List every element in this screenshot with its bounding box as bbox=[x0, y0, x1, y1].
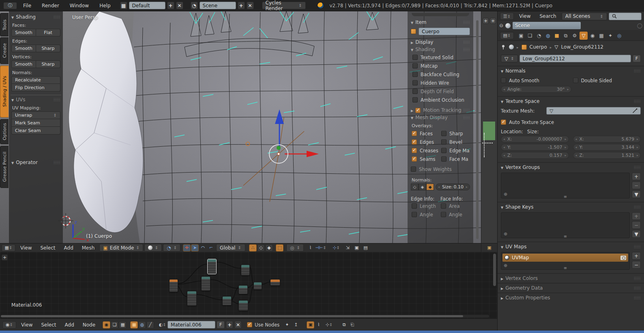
viewport-shading-dropdown[interactable] bbox=[144, 244, 162, 252]
mesh-datablock-icon[interactable]: ▽ bbox=[501, 55, 518, 62]
pivot-point-dropdown[interactable]: ◔ bbox=[163, 244, 180, 252]
vertices-smooth-button[interactable]: Smooth bbox=[11, 60, 36, 68]
overlay-seams-checkbox[interactable] bbox=[412, 156, 417, 162]
node-selected[interactable] bbox=[207, 259, 217, 274]
normals-expand-icon[interactable] bbox=[501, 68, 505, 74]
vertex-colors-title[interactable]: Vertex Colors bbox=[505, 275, 634, 281]
list-add-icon[interactable]: ⊕ bbox=[504, 231, 507, 237]
screen-layout-field[interactable]: Default bbox=[129, 2, 165, 9]
panel-grip-icon[interactable] bbox=[54, 98, 60, 101]
motion-tracking-expand-icon[interactable] bbox=[411, 107, 415, 113]
snap-node-toggle[interactable]: ▣ bbox=[307, 321, 314, 329]
panel-grip-icon[interactable] bbox=[634, 166, 641, 169]
motion-tracking-checkbox[interactable] bbox=[415, 108, 421, 113]
uv-maps-title[interactable]: UV Maps bbox=[505, 244, 634, 250]
vertex-normals-toggle[interactable]: ◇ bbox=[411, 184, 419, 190]
tab-object[interactable]: ■ bbox=[553, 32, 561, 40]
tab-grease-pencil[interactable]: Grease Pencil bbox=[0, 146, 9, 188]
snap-target-dropdown[interactable]: ⊹ bbox=[330, 244, 343, 252]
ambient-occlusion-checkbox[interactable] bbox=[412, 97, 418, 102]
operator-panel-title[interactable]: Operator bbox=[16, 160, 54, 165]
mesh-name-field[interactable]: Low_Group62112 bbox=[519, 55, 631, 62]
texspace-loc-z-slider[interactable]: Z:0.157 bbox=[501, 152, 569, 159]
texture-space-expand-icon[interactable] bbox=[501, 98, 505, 104]
overlay-bevel-checkbox[interactable] bbox=[441, 139, 447, 145]
object-shader-toggle[interactable]: ■ bbox=[130, 321, 138, 329]
list-resize-grip[interactable]: ≡ bbox=[564, 236, 567, 237]
node-menu-view[interactable]: View bbox=[17, 322, 36, 328]
faces-smooth-button[interactable]: Smooth bbox=[11, 29, 36, 36]
panel-grip-icon[interactable] bbox=[463, 21, 470, 24]
shape-keys-list[interactable]: ⊕≡ bbox=[501, 212, 630, 238]
uv-map-item[interactable]: UVMap bbox=[502, 254, 628, 262]
panel-grip-icon[interactable] bbox=[634, 277, 641, 280]
node-lower-left[interactable] bbox=[187, 291, 197, 306]
copy-nodes-icon[interactable]: ⧉ bbox=[340, 321, 348, 329]
texture-mesh-field[interactable]: ▽ bbox=[546, 107, 641, 115]
tab-shading-uvs[interactable]: Shading / UVs bbox=[0, 66, 9, 117]
auto-smooth-angle-slider[interactable]: Angle:30° bbox=[501, 86, 571, 93]
editor-type-selector[interactable]: ▦ bbox=[2, 244, 15, 252]
textured-solid-checkbox[interactable] bbox=[412, 55, 418, 60]
npanel-scrollbar[interactable] bbox=[476, 20, 479, 239]
tab-tools[interactable]: Tools bbox=[0, 13, 9, 36]
properties-type-selector[interactable]: ▤ bbox=[500, 32, 514, 39]
compositing-nodes-toggle[interactable]: ❏ bbox=[111, 321, 118, 329]
item-name-field[interactable]: Cuerpo bbox=[419, 28, 470, 35]
panel-grip-icon[interactable] bbox=[634, 296, 641, 299]
mesh-display-expand-icon[interactable] bbox=[411, 115, 415, 120]
shading-npanel-title[interactable]: Shading bbox=[415, 47, 463, 52]
snap-element-dropdown[interactable]: ⊣⊢ bbox=[315, 244, 327, 252]
scene-selector-icon[interactable]: ◔ bbox=[191, 2, 198, 9]
overlay-edge-mark-checkbox[interactable] bbox=[441, 148, 447, 153]
layout-delete-button[interactable]: ✕ bbox=[176, 2, 183, 9]
item-panel-expand-icon[interactable] bbox=[411, 19, 415, 25]
item-panel-title[interactable]: Item bbox=[415, 19, 463, 25]
list-add-icon[interactable]: ⊕ bbox=[504, 263, 507, 268]
viewport-menu-mesh[interactable]: Mesh bbox=[78, 245, 99, 251]
list-resize-grip[interactable]: ≡ bbox=[564, 267, 567, 269]
motion-tracking-title[interactable]: Motion Tracking bbox=[423, 107, 463, 113]
node-bottom-right[interactable] bbox=[238, 300, 248, 311]
menu-render[interactable]: Render bbox=[37, 3, 64, 9]
panel-grip-icon[interactable] bbox=[54, 161, 60, 164]
use-nodes-checkbox[interactable] bbox=[247, 322, 252, 327]
vertex-groups-expand-icon[interactable] bbox=[501, 164, 505, 170]
manipulator-move-toggle[interactable]: ➤ bbox=[191, 244, 199, 252]
shape-keys-expand-icon[interactable] bbox=[501, 204, 505, 210]
node-editor-type-selector[interactable]: ◉ bbox=[2, 321, 16, 329]
tab-modifiers[interactable]: ⚙ bbox=[571, 32, 579, 40]
menu-help[interactable]: Help bbox=[95, 3, 115, 9]
node-region-expand-button[interactable]: + bbox=[2, 254, 8, 260]
material-add-button[interactable]: + bbox=[226, 321, 233, 329]
menu-file[interactable]: File bbox=[19, 3, 36, 9]
uv-maps-expand-icon[interactable] bbox=[501, 244, 505, 250]
fake-user-button[interactable]: F bbox=[217, 321, 225, 329]
outliner-type-selector[interactable]: ☰ bbox=[500, 13, 514, 20]
panel-grip-icon[interactable] bbox=[463, 41, 470, 44]
manipulator-translate-toggle[interactable]: ✛ bbox=[183, 244, 191, 252]
double-sided-checkbox[interactable] bbox=[573, 78, 578, 83]
go-parent-node-icon[interactable]: ↥ bbox=[292, 321, 300, 329]
opengl-render-image-button[interactable]: ▣ bbox=[353, 244, 361, 252]
node-menu-node[interactable]: Node bbox=[79, 322, 99, 328]
vertex-group-add-button[interactable]: + bbox=[632, 173, 641, 180]
material-unlink-button[interactable]: ✕ bbox=[234, 321, 242, 329]
geometry-data-title[interactable]: Geometry Data bbox=[505, 285, 634, 291]
face-area-checkbox[interactable] bbox=[441, 203, 446, 209]
shading-panel-expand-icon[interactable] bbox=[11, 14, 16, 20]
auto-texture-space-checkbox[interactable] bbox=[501, 120, 506, 125]
overlay-face-mark-checkbox[interactable] bbox=[441, 156, 447, 162]
manipulator-rotate-toggle[interactable]: ◠ bbox=[199, 244, 207, 252]
mesh-display-title[interactable]: Mesh Display bbox=[415, 115, 463, 120]
restrict-render-icon[interactable]: ◯ bbox=[637, 23, 642, 28]
panel-grip-icon[interactable] bbox=[634, 245, 641, 248]
overlay-faces-checkbox[interactable] bbox=[412, 131, 417, 136]
tab-scene[interactable]: ◔ bbox=[535, 32, 543, 40]
vertex-group-specials-button[interactable]: ▼ bbox=[632, 190, 641, 198]
faces-flat-button[interactable]: Flat bbox=[36, 29, 60, 36]
tab-physics[interactable]: ◎ bbox=[615, 32, 623, 40]
panel-grip-icon[interactable] bbox=[463, 48, 470, 51]
shape-key-remove-button[interactable]: − bbox=[632, 221, 641, 229]
panel-grip-icon[interactable] bbox=[463, 109, 470, 112]
